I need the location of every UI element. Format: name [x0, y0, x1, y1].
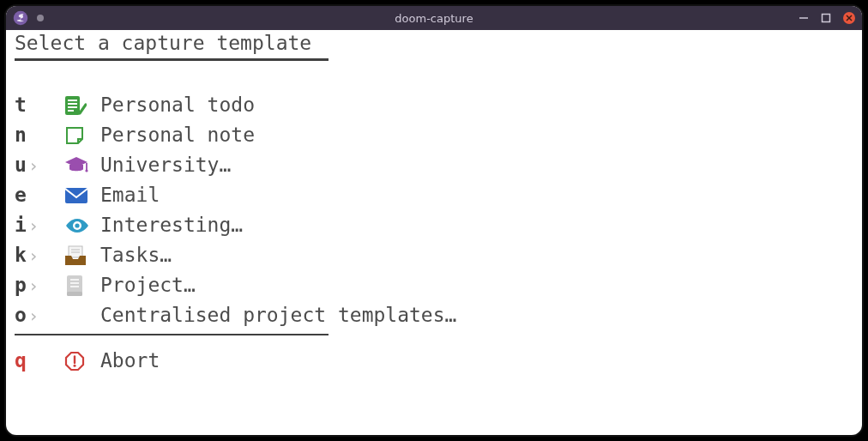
- key-char: i: [15, 215, 28, 235]
- maximize-button[interactable]: [821, 13, 831, 23]
- chevron-right-icon: ›: [28, 247, 64, 264]
- close-button[interactable]: [843, 12, 855, 24]
- inbox-icon: [64, 245, 100, 266]
- item-label: Tasks…: [100, 245, 172, 265]
- template-item[interactable]: u› University…: [15, 150, 853, 180]
- key-char: q: [15, 351, 28, 371]
- item-label: Personal todo: [100, 95, 255, 115]
- divider: [15, 334, 329, 335]
- template-list: t Personal todon Personal noteu› Univers…: [15, 90, 853, 330]
- checklist-icon: [64, 95, 100, 116]
- titlebar: doom-capture: [6, 6, 862, 30]
- item-label: Centralised project templates…: [100, 305, 456, 325]
- key-char: t: [15, 95, 28, 115]
- note-icon: [64, 125, 100, 146]
- capture-buffer: Select a capture template t Personal tod…: [6, 30, 862, 384]
- chevron-right-icon: ›: [28, 217, 64, 234]
- page-title: Select a capture template: [15, 33, 853, 53]
- key-char: e: [15, 185, 28, 205]
- item-label: Personal note: [100, 125, 255, 145]
- template-item-abort[interactable]: q Abort: [15, 346, 853, 376]
- window: doom-capture Select a capture template t: [4, 4, 864, 437]
- key-char: k: [15, 245, 28, 265]
- chevron-right-icon: ›: [28, 307, 64, 324]
- gradcap-icon: [64, 156, 100, 175]
- svg-point-12: [85, 169, 87, 172]
- template-item[interactable]: e Email: [15, 180, 853, 210]
- divider: [15, 58, 329, 61]
- item-label: Interesting…: [100, 215, 243, 235]
- svg-rect-2: [823, 15, 830, 22]
- book-icon: [64, 275, 100, 297]
- window-status-dot-icon: [37, 15, 44, 21]
- window-title: doom-capture: [6, 12, 862, 25]
- envelope-icon: [64, 187, 100, 204]
- svg-rect-13: [65, 188, 87, 203]
- key-char: o: [15, 305, 28, 325]
- key-char: u: [15, 155, 28, 175]
- template-item[interactable]: t Personal todo: [15, 90, 853, 120]
- template-item[interactable]: i› Interesting…: [15, 210, 853, 240]
- chevron-right-icon: ›: [28, 277, 64, 294]
- svg-point-26: [74, 364, 76, 366]
- template-item[interactable]: o›Centralised project templates…: [15, 300, 853, 330]
- item-label: Abort: [100, 351, 160, 371]
- key-char: n: [15, 125, 28, 145]
- svg-point-15: [75, 223, 79, 227]
- emacs-app-icon: [13, 10, 28, 26]
- item-label: University…: [100, 155, 231, 175]
- key-char: p: [15, 275, 28, 295]
- svg-rect-20: [67, 292, 82, 296]
- svg-rect-19: [67, 275, 82, 294]
- template-item[interactable]: k› Tasks…: [15, 240, 853, 270]
- eye-icon: [64, 217, 100, 234]
- item-label: Email: [100, 185, 160, 205]
- svg-point-0: [14, 11, 28, 26]
- item-label: Project…: [100, 275, 196, 295]
- minimize-button[interactable]: [799, 13, 809, 23]
- template-item[interactable]: p› Project…: [15, 270, 853, 300]
- abort-icon: [64, 351, 100, 372]
- chevron-right-icon: ›: [28, 157, 64, 174]
- template-item[interactable]: n Personal note: [15, 120, 853, 150]
